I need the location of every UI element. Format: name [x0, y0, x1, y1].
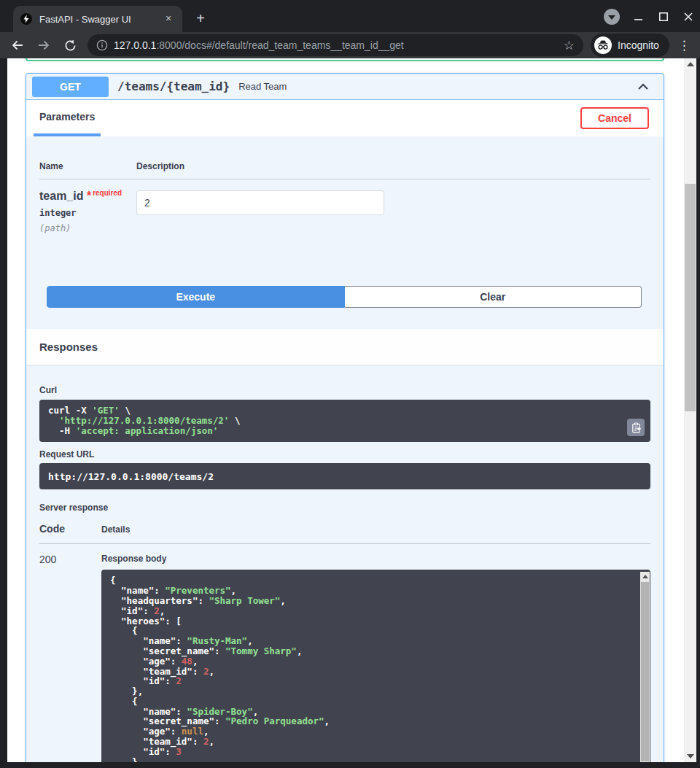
required-asterisk: *	[87, 190, 91, 202]
page-scroll-down-icon[interactable]	[687, 754, 694, 759]
clipboard-copy-icon	[631, 422, 642, 433]
execute-row: Execute Clear	[47, 286, 642, 308]
parameter-location: (path)	[39, 223, 136, 233]
operation-summary: Read Team	[238, 81, 636, 92]
browser-titlebar: FastAPI - Swagger UI × +	[0, 0, 700, 32]
response-row: 200 Response body { "name": "Preventers"…	[39, 544, 650, 762]
response-body-json: { "name": "Preventers", "headquarters": …	[110, 575, 631, 762]
curl-command-block: curl -X 'GET' \ 'http://127.0.0.1:8000/t…	[39, 400, 650, 442]
forward-button[interactable]	[35, 36, 52, 54]
page-viewport: GET /teams/{team_id} Read Team Parameter…	[7, 58, 696, 762]
incognito-glasses-icon	[594, 36, 612, 54]
parameter-meta: team_id *required integer (path)	[39, 189, 136, 233]
browser-toolbar: 127.0.0.1:8000/docs#/default/read_team_t…	[0, 32, 700, 58]
clear-button[interactable]: Clear	[345, 286, 642, 308]
required-label: required	[93, 189, 122, 197]
parameters-section: Name Description team_id *required integ…	[26, 136, 664, 286]
tab-parameters[interactable]: Parameters	[34, 100, 101, 136]
column-header-code: Code	[39, 523, 101, 535]
page-scroll-up-icon[interactable]	[687, 62, 694, 66]
http-method-badge: GET	[32, 77, 109, 97]
response-body-scrollbar[interactable]	[640, 572, 650, 762]
window-bottom-frame	[0, 762, 700, 768]
execute-button[interactable]: Execute	[47, 286, 345, 308]
collapse-chevron-icon[interactable]	[636, 79, 650, 94]
incognito-label: Incognito	[618, 39, 659, 51]
back-button[interactable]	[9, 36, 26, 54]
response-details-cell: Response body { "name": "Preventers", "h…	[101, 554, 650, 762]
fastapi-favicon-icon	[20, 13, 32, 25]
tab-title: FastAPI - Swagger UI	[39, 14, 162, 25]
opblock-summary[interactable]: GET /teams/{team_id} Read Team	[26, 74, 664, 100]
responses-heading: Responses	[39, 341, 650, 353]
parameters-table-header: Name Description	[39, 136, 650, 179]
responses-section: Curl curl -X 'GET' \ 'http://127.0.0.1:8…	[26, 365, 664, 762]
operation-tab-row: Parameters Cancel	[26, 100, 664, 136]
browser-menu-icon[interactable]: ⋮	[678, 38, 691, 53]
column-header-description: Description	[136, 161, 184, 171]
opblock-get-read-team: GET /teams/{team_id} Read Team Parameter…	[26, 73, 664, 762]
url-path: :8000/docs#/default/read_team_teams__tea…	[156, 39, 403, 51]
responses-section-header: Responses	[26, 329, 664, 365]
browser-tab[interactable]: FastAPI - Swagger UI ×	[13, 6, 182, 32]
reload-button[interactable]	[61, 36, 79, 54]
window-controls	[604, 9, 694, 25]
column-header-details: Details	[101, 524, 130, 535]
curl-label: Curl	[39, 365, 650, 395]
parameter-value-cell	[136, 189, 384, 233]
close-window-button[interactable]	[682, 11, 694, 23]
page-info-icon[interactable]	[96, 39, 108, 51]
status-code: 200	[39, 554, 101, 762]
browser-update-icon[interactable]	[604, 9, 620, 25]
curl-command: curl -X 'GET' \ 'http://127.0.0.1:8000/t…	[48, 406, 624, 436]
bookmark-star-icon[interactable]: ☆	[564, 38, 575, 53]
url-text[interactable]: 127.0.0.1:8000/docs#/default/read_team_t…	[114, 39, 559, 51]
page-scroll-thumb[interactable]	[685, 184, 696, 411]
tab-close-icon[interactable]: ×	[162, 12, 175, 26]
minimize-button[interactable]	[633, 11, 645, 23]
scroll-up-arrow-icon[interactable]	[642, 575, 648, 578]
server-response-label: Server response	[39, 503, 650, 513]
response-body-label: Response body	[101, 554, 650, 564]
team-id-input[interactable]	[136, 190, 384, 215]
page-scrollbar[interactable]	[684, 58, 696, 762]
operation-path: /teams/{team_id}	[117, 79, 230, 93]
previous-opblock-fragment	[26, 58, 664, 61]
new-tab-button[interactable]: +	[192, 10, 209, 28]
address-bar[interactable]: 127.0.0.1:8000/docs#/default/read_team_t…	[88, 34, 583, 56]
response-body-block: { "name": "Preventers", "headquarters": …	[101, 570, 650, 762]
parameter-type: integer	[39, 208, 136, 218]
cancel-button[interactable]: Cancel	[580, 107, 649, 129]
parameter-row-team-id: team_id *required integer (path)	[39, 179, 650, 244]
response-table-header: Code Details	[39, 517, 650, 544]
url-host: 127.0.0.1	[114, 39, 156, 51]
maximize-button[interactable]	[658, 11, 669, 23]
incognito-badge: Incognito	[591, 34, 669, 57]
parameter-name: team_id *required	[39, 189, 136, 203]
column-header-name: Name	[39, 161, 136, 171]
response-body-scroll-thumb[interactable]	[641, 582, 649, 761]
request-url-value: http://127.0.0.1:8000/teams/2	[48, 471, 214, 482]
copy-to-clipboard-button[interactable]	[627, 419, 645, 436]
tab-parameters-label: Parameters	[39, 111, 95, 123]
request-url-block: http://127.0.0.1:8000/teams/2	[39, 463, 650, 489]
request-url-label: Request URL	[39, 449, 650, 459]
